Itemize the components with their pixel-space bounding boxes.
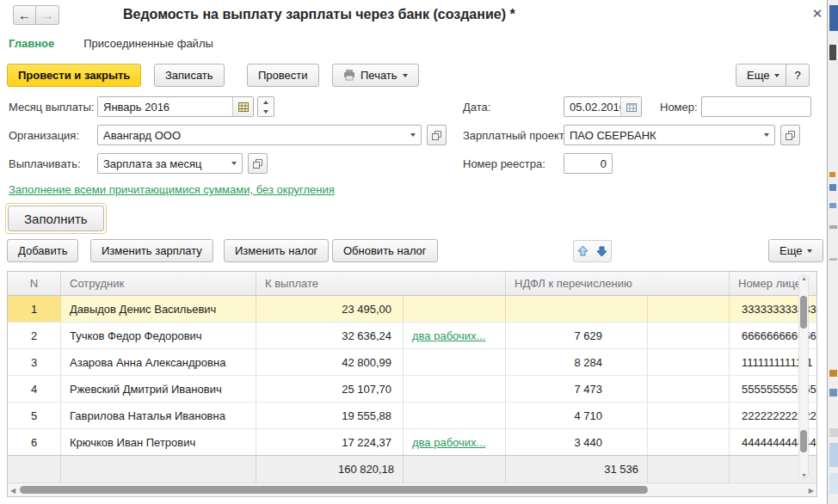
calendar-grid-icon[interactable] xyxy=(232,97,253,116)
post-and-close-button[interactable]: Провести и закрыть xyxy=(7,64,141,87)
printer-icon xyxy=(343,70,355,81)
table-row[interactable]: 2 Тучков Федор Федорович 32 636,24 два р… xyxy=(8,323,816,349)
spin-down-icon[interactable] xyxy=(258,107,274,116)
print-button[interactable]: Печать xyxy=(332,64,419,87)
table-vertical-scrollbar[interactable]: ▲ ▼ xyxy=(798,274,809,479)
post-button[interactable]: Провести xyxy=(247,64,319,87)
row-link[interactable]: два рабочих... xyxy=(412,436,485,449)
tab-main[interactable]: Главное xyxy=(9,35,54,52)
organization-label: Организация: xyxy=(9,129,79,142)
update-tax-button[interactable]: Обновить налог xyxy=(332,239,438,262)
salary-project-field[interactable]: ПАО СБЕРБАНК xyxy=(564,125,775,145)
fill-all-sums-link[interactable]: Заполнение всеми причитающимися суммами,… xyxy=(9,183,335,196)
edit-tax-button[interactable]: Изменить налог xyxy=(224,239,329,262)
back-button[interactable]: ← xyxy=(13,5,36,25)
chevron-down-icon[interactable] xyxy=(405,126,421,144)
scroll-left-icon[interactable]: ◀ xyxy=(10,487,15,495)
table-totals-row: 160 820,18 31 536 xyxy=(8,455,816,482)
salary-project-label: Зарплатный проект: xyxy=(463,129,567,142)
col-header-employee[interactable]: Сотрудник xyxy=(61,272,256,295)
background-app-edge xyxy=(827,0,838,504)
table-row[interactable]: 6 Крючков Иван Петрович 17 224,37 два ра… xyxy=(8,429,816,456)
close-icon[interactable]: ✕ xyxy=(809,5,826,22)
total-tax: 31 536 xyxy=(506,456,648,482)
date-field[interactable]: 05.02.2016 xyxy=(564,96,642,117)
col-header-n[interactable]: N xyxy=(8,272,61,295)
dropdown-caret-icon xyxy=(807,249,812,253)
registry-number-label: Номер реестра: xyxy=(463,157,545,170)
table-row[interactable]: 4 Ржевский Дмитрий Иванович 25 107,70 7 … xyxy=(8,376,816,403)
pay-what-open-button[interactable] xyxy=(248,153,268,174)
more-button-table[interactable]: Еще xyxy=(768,239,823,262)
total-amount: 160 820,18 xyxy=(256,456,404,482)
chevron-down-icon[interactable] xyxy=(226,154,242,173)
month-spinner[interactable] xyxy=(257,96,274,117)
page-title: Ведомость на выплату зарплаты через банк… xyxy=(123,7,515,22)
col-header-amount[interactable]: К выплате xyxy=(256,272,506,295)
fill-button[interactable]: Заполнить xyxy=(8,206,104,231)
table-row[interactable]: 3 Азарова Анна Александровна 42 800,99 8… xyxy=(8,349,816,376)
help-button[interactable]: ? xyxy=(786,64,810,87)
forward-button[interactable]: → xyxy=(36,5,59,25)
table-row[interactable]: 5 Гаврилова Наталья Ивановна 19 555,88 4… xyxy=(8,403,816,429)
dropdown-caret-icon xyxy=(774,74,779,77)
add-row-button[interactable]: Добавить xyxy=(7,239,78,262)
table-body: 1 Давыдов Денис Васильевич 23 495,00 333… xyxy=(8,296,816,456)
scroll-down-icon[interactable]: ▼ xyxy=(801,472,807,478)
number-label: Номер: xyxy=(660,101,698,114)
history-nav: ← → xyxy=(13,5,59,25)
open-form-icon xyxy=(432,131,441,140)
col-header-tax[interactable]: НДФЛ к перечислению xyxy=(506,272,730,295)
open-form-icon xyxy=(253,159,262,169)
spin-up-icon[interactable] xyxy=(258,97,274,107)
pay-what-label: Выплачивать: xyxy=(9,157,81,170)
scroll-right-icon[interactable]: ▶ xyxy=(809,487,814,495)
month-field[interactable]: Январь 2016 xyxy=(97,96,254,117)
calendar-icon[interactable] xyxy=(620,97,641,116)
arrow-down-icon xyxy=(596,245,607,257)
organization-field[interactable]: Авангард ООО xyxy=(97,125,422,145)
fill-button-highlight: Заполнить xyxy=(5,203,107,234)
month-label: Месяц выплаты: xyxy=(9,101,95,114)
table-row[interactable]: 1 Давыдов Денис Васильевич 23 495,00 333… xyxy=(8,296,816,323)
more-button-top[interactable]: Еще xyxy=(736,64,791,87)
save-button[interactable]: Записать xyxy=(154,64,225,87)
registry-number-field[interactable]: 0 xyxy=(564,153,613,174)
move-row-down-button[interactable] xyxy=(592,240,612,262)
tab-attached-files[interactable]: Присоединенные файлы xyxy=(83,35,213,52)
vertical-scroll-thumb[interactable] xyxy=(800,296,807,329)
organization-open-button[interactable] xyxy=(427,125,447,145)
row-link[interactable]: два рабочих... xyxy=(412,329,485,342)
pay-what-field[interactable]: Зарплата за месяц xyxy=(97,153,243,174)
dropdown-caret-icon xyxy=(403,74,408,77)
vertical-scroll-thumb[interactable] xyxy=(800,430,807,452)
number-field[interactable] xyxy=(701,96,811,117)
date-label: Дата: xyxy=(463,101,490,114)
chevron-down-icon[interactable] xyxy=(759,126,774,144)
table-horizontal-scrollbar[interactable]: ◀ ▶ xyxy=(8,482,816,496)
salary-project-open-button[interactable] xyxy=(780,125,800,145)
edit-salary-button[interactable]: Изменить зарплату xyxy=(90,239,213,262)
move-row-up-button[interactable] xyxy=(573,240,593,262)
horizontal-scroll-thumb[interactable] xyxy=(20,486,648,494)
scroll-up-icon[interactable]: ▲ xyxy=(801,275,807,281)
tab-bar: Главное Присоединенные файлы xyxy=(9,35,213,52)
open-form-icon xyxy=(786,131,795,140)
arrow-up-icon xyxy=(577,245,588,257)
employees-table: N Сотрудник К выплате НДФЛ к перечислени… xyxy=(7,271,817,497)
table-header-row: N Сотрудник К выплате НДФЛ к перечислени… xyxy=(8,272,816,296)
